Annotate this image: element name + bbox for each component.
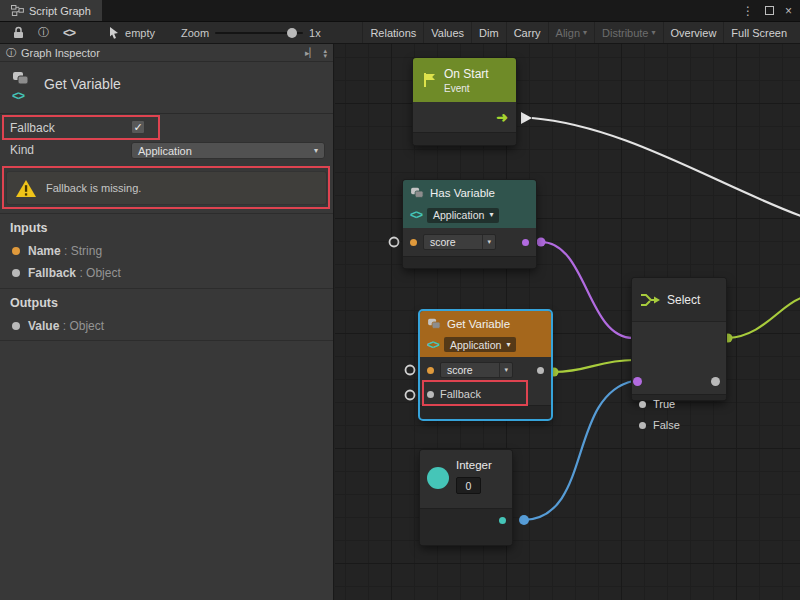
divider — [0, 213, 333, 214]
tab-script-graph[interactable]: Script Graph — [0, 0, 102, 21]
fallback-port-label: Fallback — [440, 388, 481, 400]
chevron-down-icon: ▾ — [489, 211, 493, 219]
code-view-icon[interactable]: <> — [56, 22, 82, 43]
integer-value-field[interactable]: 0 — [456, 477, 481, 494]
flag-icon — [422, 72, 437, 88]
chevron-down-icon: ▾ — [314, 147, 318, 155]
node-integer[interactable]: Integer 0 — [420, 450, 512, 545]
chevron-down-icon: ▾ — [506, 341, 510, 349]
true-input-dot[interactable] — [639, 401, 646, 408]
dock-icon[interactable]: ▸▏ — [305, 48, 316, 58]
input-dot[interactable] — [427, 367, 434, 374]
output-dot[interactable] — [522, 239, 529, 246]
has-variable-name-row: score ▾ — [403, 228, 536, 256]
graph-inspector-panel: ⓘ Graph Inspector ▸▏ ▴▾ <> Get Variable … — [0, 44, 334, 600]
lock-icon[interactable] — [6, 22, 31, 43]
output-dot[interactable] — [499, 517, 506, 524]
getvariable-name-port[interactable] — [406, 366, 415, 375]
getvariable-fallback-port[interactable] — [406, 391, 415, 400]
select-header: Select — [632, 278, 726, 322]
graph-source-label: empty — [125, 27, 155, 39]
inspected-node-title-block: <> Get Variable — [0, 62, 333, 114]
align-button: Align▾ — [548, 22, 594, 43]
input-row-fallback: Fallback : Object — [12, 266, 121, 280]
graph-canvas[interactable]: On Start Event ➜ Has Variable <> Applica… — [335, 44, 800, 600]
port-type-dot — [12, 269, 20, 277]
chevron-down-icon: ▾ — [499, 363, 512, 377]
condition-input-dot[interactable] — [633, 377, 642, 386]
output-dot[interactable] — [537, 367, 544, 374]
input-dot[interactable] — [427, 391, 434, 398]
node-select[interactable]: Select True False — [632, 278, 726, 400]
selection-output-dot[interactable] — [711, 377, 720, 386]
node-on-start[interactable]: On Start Event ➜ — [413, 58, 516, 145]
dim-button[interactable]: Dim — [471, 22, 506, 43]
warning-icon — [15, 179, 37, 198]
info-icon: ⓘ — [6, 46, 16, 60]
integer-main: Integer 0 — [420, 450, 512, 508]
variables-icon — [427, 318, 442, 330]
get-variable-header: Get Variable <> Application ▾ — [420, 311, 551, 357]
variable-name-dropdown[interactable]: score ▾ — [423, 234, 496, 250]
zoom-group: Zoom 1x — [181, 27, 321, 39]
divider — [0, 288, 333, 289]
hasvariable-output-port[interactable] — [537, 238, 546, 247]
variable-name-dropdown[interactable]: score ▾ — [440, 362, 513, 378]
select-true-row: True — [639, 398, 675, 410]
warning-box: Fallback is missing. — [6, 171, 327, 205]
warning-message: Fallback is missing. — [46, 182, 141, 194]
menu-icon[interactable]: ⋮ — [742, 4, 754, 18]
node-title: Select — [667, 293, 700, 307]
scroll-arrows-icon[interactable]: ▴▾ — [323, 48, 327, 58]
code-icon: <> — [427, 338, 439, 352]
input-row-name: Name : String — [12, 244, 102, 258]
node-title: Has Variable — [430, 187, 495, 199]
info-toggle-icon[interactable]: ⓘ — [31, 22, 56, 43]
graph-source-group[interactable]: empty — [108, 26, 155, 39]
chevron-down-icon: ▾ — [652, 29, 656, 37]
false-input-dot[interactable] — [639, 422, 646, 429]
chevron-down-icon: ▾ — [482, 235, 495, 249]
select-body: True False — [632, 322, 726, 394]
input-dot[interactable] — [410, 239, 417, 246]
scope-dropdown[interactable]: Application ▾ — [444, 337, 516, 352]
on-start-header: On Start Event — [413, 58, 516, 102]
zoom-slider[interactable] — [215, 28, 303, 38]
kind-dropdown-value: Application — [138, 145, 192, 157]
hasvariable-name-port[interactable] — [390, 238, 399, 247]
false-label: False — [653, 419, 680, 431]
overview-button[interactable]: Overview — [663, 22, 724, 43]
tab-title: Script Graph — [29, 5, 91, 17]
onstart-output-port[interactable] — [521, 112, 532, 124]
scope-dropdown[interactable]: Application ▾ — [427, 208, 499, 223]
integer-type-icon — [427, 467, 449, 489]
on-start-body: ➜ — [413, 102, 516, 132]
fallback-checkbox[interactable]: ✓ — [131, 120, 145, 134]
carry-button[interactable]: Carry — [506, 22, 548, 43]
relations-button[interactable]: Relations — [362, 22, 423, 43]
script-graph-icon — [11, 5, 24, 16]
inputs-header: Inputs — [10, 221, 48, 235]
kind-dropdown[interactable]: Application ▾ — [131, 142, 325, 159]
wire-hasvariable-select — [541, 242, 633, 338]
window-controls: ⋮ × — [742, 0, 800, 21]
select-branch-icon — [640, 292, 660, 308]
select-false-row: False — [639, 419, 680, 431]
zoom-label: Zoom — [181, 27, 209, 39]
fullscreen-button[interactable]: Full Screen — [723, 22, 794, 43]
node-has-variable[interactable]: Has Variable <> Application ▾ score ▾ — [403, 180, 536, 268]
code-icon: <> — [410, 208, 422, 222]
kind-field-label: Kind — [10, 143, 34, 157]
values-button[interactable]: Values — [423, 22, 471, 43]
zoom-slider-knob[interactable] — [287, 28, 297, 38]
node-get-variable[interactable]: Get Variable <> Application ▾ score ▾ Fa — [420, 311, 551, 419]
toolbar-buttons: Relations Values Dim Carry Align▾ Distri… — [362, 22, 794, 43]
maximize-icon[interactable] — [765, 6, 774, 15]
zoom-value: 1x — [309, 27, 321, 39]
close-icon[interactable]: × — [785, 4, 792, 18]
node-title: On Start — [444, 67, 489, 81]
outputs-header: Outputs — [10, 296, 58, 310]
integer-output-port[interactable] — [519, 515, 529, 525]
variables-icon — [12, 71, 30, 86]
wire-getvariable-select — [554, 360, 634, 372]
